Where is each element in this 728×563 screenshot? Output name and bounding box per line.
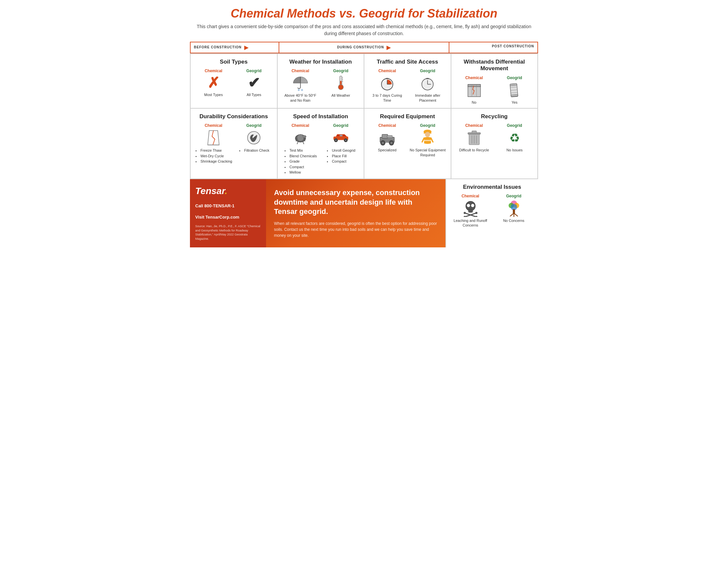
traffic-chemical: Chemical 3 to 7 days Curing Time (368, 69, 406, 103)
speed-geogrid-icon (332, 129, 349, 146)
weather-geogrid-label: Geogrid (333, 69, 348, 73)
equip-geogrid-label: Geogrid (420, 123, 435, 128)
svg-point-48 (382, 142, 384, 144)
contact-visit: Visit TensarCorp.com (195, 213, 261, 221)
svg-rect-60 (472, 131, 477, 133)
differential-title: Withstands Differential Movement (455, 59, 534, 72)
svg-point-36 (303, 136, 306, 138)
speed-chemical-bullets: Test Mix Blend Chemicals Grade Compact M… (284, 148, 317, 175)
bottom-headline: Avoid unnecessary expense, construction … (274, 188, 437, 216)
phase-during: During Construction ▶ (279, 42, 449, 53)
svg-rect-15 (426, 78, 429, 79)
dur-geogrid-label: Geogrid (246, 123, 261, 128)
diff-chemical-label: Chemical (465, 75, 483, 80)
svg-point-75 (464, 216, 466, 217)
weather-geogrid-icon (332, 74, 349, 92)
cell-environmental: Environmental Issues Chemical (445, 179, 538, 247)
dur-chemical-icon (205, 129, 222, 146)
soil-geogrid-desc: All Types (247, 92, 261, 97)
turtle-icon (292, 129, 309, 146)
cell-durability: Durability Considerations Chemical Freez… (191, 108, 278, 178)
weather-chemical: Chemical ❄ ❄ Above 40°F to 50°F and No R (282, 69, 319, 103)
tower-icon (506, 81, 523, 99)
recycle-geogrid: Geogrid ♻ No Issues (496, 123, 533, 152)
svg-line-56 (422, 138, 424, 142)
cell-traffic: Traffic and Site Access Chemical (364, 53, 451, 108)
svg-text:❄ ❄: ❄ ❄ (297, 89, 303, 92)
weather-content: Chemical ❄ ❄ Above 40°F to 50°F and No R (282, 69, 360, 103)
cell-recycling: Recycling Chemical (451, 108, 538, 178)
traffic-chemical-label: Chemical (378, 69, 396, 73)
recycle-chemical-desc: Difficult to Recycle (459, 148, 489, 152)
dur-geogrid-icon (245, 129, 262, 146)
cracked-building-icon (466, 81, 483, 99)
soil-chemical-desc: Most Types (204, 92, 223, 97)
speed-chemical-icon (292, 129, 309, 146)
dur-chemical-label: Chemical (205, 123, 222, 128)
soil-types-content: Chemical ✗ Most Types Geogrid ✔ All Type… (195, 69, 273, 97)
env-content: Chemical (450, 194, 534, 228)
env-geogrid-label: Geogrid (506, 194, 521, 198)
machine-icon (379, 129, 396, 146)
equipment-title: Required Equipment (368, 113, 447, 120)
thermometer-icon (332, 74, 349, 92)
svg-point-41 (335, 140, 337, 141)
env-chemical: Chemical (450, 194, 491, 228)
svg-point-66 (467, 204, 470, 207)
page: Chemical Methods vs. Geogrid for Stabili… (182, 0, 546, 253)
equip-chemical-icon (379, 129, 396, 146)
diff-geogrid: Geogrid (496, 75, 533, 105)
soil-chemical-icon: ✗ (207, 74, 220, 91)
svg-rect-50 (387, 136, 392, 138)
cell-weather: Weather for Installation Chemical ❄ ❄ (278, 53, 365, 108)
env-chemical-desc: Leaching and Runoff Concerns (450, 218, 491, 228)
differential-content: Chemical No (455, 75, 534, 105)
svg-rect-43 (340, 135, 342, 136)
trash-icon (466, 129, 483, 146)
traffic-content: Chemical 3 to 7 days Curing Time (368, 69, 447, 103)
equip-geogrid-icon (419, 129, 436, 146)
phase-arrow-during: ▶ (387, 44, 391, 51)
contact-call: Call 800-TENSAR-1 (195, 202, 261, 210)
stopwatch-geogrid-icon (419, 74, 436, 92)
soil-types-title: Soil Types (195, 59, 273, 65)
traffic-geogrid: Geogrid Immediate after Placement (409, 69, 446, 103)
equip-chemical-label: Chemical (378, 123, 396, 128)
tensar-logo: Tensar. (195, 186, 261, 196)
dur-chemical-bullets: Freeze Thaw Wet-Dry Cycle Shrinkage Crac… (195, 148, 232, 164)
bottom-body: When all relevant factors are considered… (274, 220, 437, 238)
svg-line-57 (431, 138, 433, 142)
traffic-title: Traffic and Site Access (368, 59, 447, 65)
equip-chemical-desc: Specialized (378, 148, 396, 152)
weather-geogrid-desc: All Weather (332, 93, 350, 98)
recycle-geogrid-label: Geogrid (507, 123, 522, 128)
soil-geogrid-label: Geogrid (246, 69, 261, 73)
traffic-geogrid-icon (419, 74, 436, 92)
equipment-content: Chemical (368, 123, 447, 157)
worker-icon (419, 129, 436, 146)
svg-line-34 (297, 142, 298, 144)
svg-line-35 (303, 142, 304, 144)
recycle-chemical-icon (466, 129, 483, 146)
recycling-content: Chemical Difficult to Recycle (455, 123, 534, 152)
cracked-glass-icon (205, 129, 222, 146)
bottom-section: Tensar. Call 800-TENSAR-1 Visit TensarCo… (190, 179, 538, 247)
svg-point-76 (475, 216, 477, 217)
dur-chemical: Chemical Freeze Thaw Wet-Dry Cycle Shrin… (195, 123, 232, 164)
speed-geogrid-label: Geogrid (333, 123, 348, 128)
phase-post: Post Construction (449, 42, 537, 53)
env-geogrid-desc: No Concerns (503, 218, 524, 223)
cell-differential: Withstands Differential Movement Chemica… (451, 53, 538, 108)
svg-point-5 (338, 85, 343, 90)
recycling-title: Recycling (455, 113, 534, 120)
dur-geogrid-bullets: Filtration Check (239, 148, 269, 153)
tree-icon (505, 200, 523, 217)
phase-arrow-before: ▶ (244, 44, 249, 51)
equip-geogrid-desc: No Special Equipment Required (409, 148, 446, 157)
source-text: Source: Han, Jie, Ph.D., P.E., F. ASCE "… (195, 224, 261, 241)
env-chemical-icon (462, 200, 479, 217)
weather-chemical-desc: Above 40°F to 50°F and No Rain (282, 93, 319, 103)
umbrella-icon: ❄ ❄ (292, 74, 309, 92)
recycle-chemical: Chemical Difficult to Recycle (455, 123, 493, 152)
strength-icon (245, 129, 262, 146)
